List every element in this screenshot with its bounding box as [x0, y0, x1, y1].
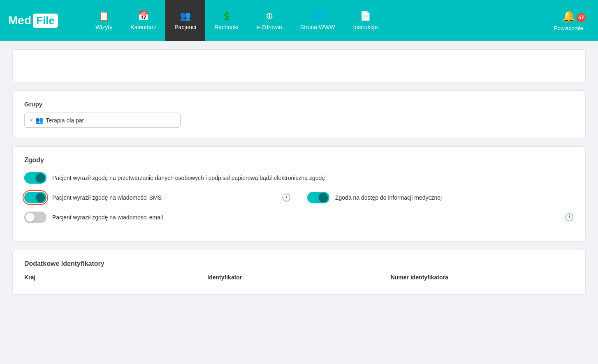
bell-icon: 🔔 — [562, 10, 575, 23]
grupy-input[interactable]: × 👥 Terapia dla par — [24, 113, 181, 128]
consent-row-medical-info: Zgoda na dostęp do informacji medycznej — [291, 192, 574, 203]
app-logo[interactable]: Med File — [8, 14, 74, 28]
e-zdrowie-icon: ⊕ — [266, 11, 273, 21]
main-content: Grupy × 👥 Terapia dla par Zgody Pacjent … — [0, 41, 598, 311]
nav-label-pacjenci: Pacjenci — [174, 24, 196, 30]
zgody-card: Zgody Pacjent wyraził zgodę na przetwarz… — [12, 146, 586, 242]
toggle-email[interactable] — [24, 212, 46, 223]
grupy-card: Grupy × 👥 Terapia dla par — [12, 90, 586, 138]
group-tag-terapia: × 👥 Terapia dla par — [30, 116, 84, 124]
consent-text-personal-data: Pacjent wyraził zgodę na przetwarzanie d… — [52, 175, 574, 181]
nav-item-e-zdrowie[interactable]: ⊕ e-Zdrowie — [248, 0, 291, 41]
clock-icon-sms[interactable]: 🕐 — [282, 193, 291, 202]
nav-label-rachunki: Rachunki — [214, 24, 238, 30]
consent-row-personal-data: Pacjent wyraził zgodę na przetwarzanie d… — [24, 172, 574, 184]
toggle-personal-data[interactable] — [24, 172, 46, 184]
notification-badge: 57 — [577, 13, 586, 22]
textarea-section — [12, 49, 586, 82]
nav-label-kalendarz: Kalendarz — [130, 24, 156, 30]
identif-col-identifikator: Identyfikator — [207, 274, 390, 281]
toggle-knob-sms — [36, 193, 45, 202]
group-tag-icon: 👥 — [35, 116, 44, 124]
logo-file: File — [33, 14, 58, 28]
nav-label-e-zdrowie: e-Zdrowie — [257, 24, 282, 30]
pacjenci-icon: 👥 — [180, 11, 191, 21]
nav-items: 📋 Wizyty 📅 Kalendarz 👥 Pacjenci 💲 Rachun… — [86, 0, 590, 41]
nav-item-rachunki[interactable]: 💲 Rachunki — [205, 0, 247, 41]
consent-row-email: Pacjent wyraził zgodę na wiadomości emai… — [24, 212, 574, 223]
toggle-knob-email — [25, 213, 35, 222]
navbar: Med File 📋 Wizyty 📅 Kalendarz 👥 Pacjenci… — [0, 0, 598, 41]
nav-label-strona-www: Strona WWW — [300, 24, 335, 30]
nav-item-pacjenci[interactable]: 👥 Pacjenci — [165, 0, 205, 41]
group-tag-label: Terapia dla par — [46, 117, 84, 124]
identif-col-kraj: Kraj — [24, 274, 207, 281]
consent-row-sms-container: Pacjent wyraził zgodę na wiadomości SMS … — [24, 192, 574, 203]
toggle-medical-info[interactable] — [307, 192, 329, 203]
group-tag-remove[interactable]: × — [30, 117, 33, 123]
nav-item-kalendarz[interactable]: 📅 Kalendarz — [121, 0, 165, 41]
nav-item-strona-www[interactable]: 🌐 Strona WWW — [291, 0, 344, 41]
notifications-button[interactable]: 57 🔔 Powiadomie — [547, 10, 590, 31]
consent-text-email: Pacjent wyraził zgodę na wiadomości emai… — [52, 214, 559, 221]
consent-row-sms: Pacjent wyraził zgodę na wiadomości SMS … — [24, 192, 291, 203]
toggle-knob-personal-data — [36, 173, 45, 182]
rachunki-icon: 💲 — [221, 11, 232, 21]
identif-col-numer: Numer identyfikatora — [391, 274, 574, 281]
kalendarz-icon: 📅 — [138, 11, 149, 21]
clock-icon-email[interactable]: 🕐 — [565, 213, 574, 222]
consent-text-medical-info: Zgoda na dostęp do informacji medycznej — [335, 194, 574, 201]
nav-item-instrukcje[interactable]: 📄 Instrukcje — [344, 0, 387, 41]
identif-headers: Kraj Identyfikator Numer identyfikatora — [24, 274, 574, 284]
zgody-title: Zgody — [24, 157, 574, 164]
logo-med: Med — [8, 14, 31, 27]
nav-label-instrukcje: Instrukcje — [353, 24, 378, 30]
grupy-label: Grupy — [24, 101, 574, 108]
instrukcje-icon: 📄 — [360, 11, 371, 21]
strona-www-icon: 🌐 — [312, 11, 323, 21]
wizyty-icon: 📋 — [98, 11, 109, 21]
toggle-knob-medical-info — [319, 193, 328, 202]
dodatkowe-title: Dodatkowe identyfikatory — [24, 260, 574, 267]
nav-label-wizyty: Wizyty — [95, 24, 112, 30]
notifications-label: Powiadomie — [554, 25, 583, 31]
consent-text-sms: Pacjent wyraził zgodę na wiadomości SMS — [52, 194, 276, 201]
nav-item-wizyty[interactable]: 📋 Wizyty — [86, 0, 121, 41]
toggle-sms[interactable] — [24, 192, 46, 203]
dodatkowe-card: Dodatkowe identyfikatory Kraj Identyfika… — [12, 250, 586, 295]
